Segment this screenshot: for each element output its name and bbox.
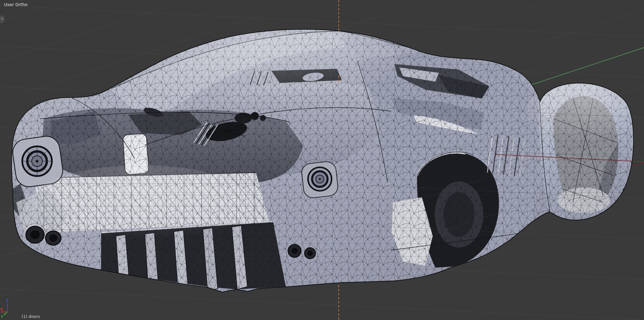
y-axis-line [521,48,644,88]
gizmo-x-label: X [0,308,3,311]
toolshelf-expand-tab[interactable]: + [0,16,4,23]
blender-3d-viewport[interactable]: User Ortho (1) doors + X Z y [0,0,644,320]
car-model-mesh[interactable] [0,0,644,320]
selection-status-label: (1) doors [22,314,40,319]
gizmo-y-label: y [1,314,3,318]
tail-light-right [301,161,339,199]
gizmo-z-label: Z [6,299,8,302]
view-mode-label: User Ortho [4,2,28,7]
viewport-canvas[interactable] [0,0,644,320]
axis-gizmo: X Z y [0,296,24,320]
suspension-fragment [621,189,642,202]
